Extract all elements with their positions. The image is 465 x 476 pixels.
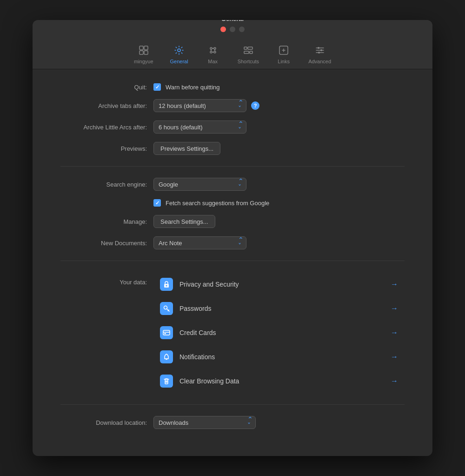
general-section: Quit: Warn before quitting Archive tabs …	[60, 83, 405, 155]
svg-point-18	[320, 49, 322, 51]
svg-rect-9	[244, 47, 247, 49]
search-section: Search engine: Google ⌃˅ Fetch search su…	[60, 178, 405, 249]
data-item-clear-browsing[interactable]: Clear Browsing Data →	[153, 369, 405, 393]
download-row: Download location: Downloads ⌃˅	[60, 416, 405, 429]
new-documents-row: New Documents: Arc Note ⌃˅	[60, 236, 405, 249]
clear-browsing-arrow: →	[391, 377, 398, 385]
new-documents-label: New Documents:	[60, 240, 153, 247]
search-engine-label: Search engine:	[60, 181, 153, 188]
privacy-icon	[160, 278, 173, 291]
toolbar: mingyue General	[126, 39, 339, 69]
archive-tabs-select[interactable]: 12 hours (default)	[153, 99, 246, 112]
svg-rect-11	[244, 51, 249, 54]
tab-advanced[interactable]: Advanced	[300, 42, 339, 69]
tab-links-label: Links	[278, 59, 290, 64]
svg-rect-23	[163, 330, 170, 335]
new-documents-content: Arc Note ⌃˅	[153, 236, 405, 249]
credit-cards-arrow: →	[391, 329, 398, 337]
quit-row: Quit: Warn before quitting	[60, 83, 405, 91]
tab-max[interactable]: Max	[197, 42, 229, 69]
manage-label: Manage:	[60, 218, 153, 225]
quit-label: Quit:	[60, 84, 153, 91]
mingyue-icon	[139, 45, 149, 57]
new-documents-select-wrapper: Arc Note ⌃˅	[153, 236, 246, 249]
clear-browsing-icon	[160, 375, 173, 388]
search-engine-content: Google ⌃˅	[153, 178, 405, 191]
archive-tabs-help[interactable]: ?	[251, 101, 259, 110]
divider-3	[60, 404, 405, 405]
divider-1	[60, 166, 405, 167]
previews-content: Previews Settings...	[153, 142, 405, 155]
fetch-suggestions-content: Fetch search suggestions from Google	[153, 199, 405, 207]
archive-arcs-select[interactable]: 6 hours (default)	[153, 121, 246, 134]
advanced-icon	[315, 45, 325, 57]
new-documents-select[interactable]: Arc Note	[153, 236, 246, 249]
fetch-suggestions-label: Fetch search suggestions from Google	[166, 200, 269, 207]
search-engine-select-wrapper: Google ⌃˅	[153, 178, 246, 191]
traffic-lights	[220, 27, 245, 32]
download-select[interactable]: Downloads	[153, 416, 256, 429]
download-select-wrapper: Downloads ⌃˅	[153, 416, 256, 429]
archive-arcs-row: Archive Little Arcs after: 6 hours (defa…	[60, 121, 405, 134]
tab-general[interactable]: General	[162, 42, 197, 69]
divider-2	[60, 261, 405, 261]
your-data-row: Your data: Privacy and Security →	[60, 272, 405, 393]
shortcuts-icon	[243, 45, 253, 57]
data-item-notifications[interactable]: Notifications →	[153, 345, 405, 369]
warn-label: Warn before quitting	[166, 84, 220, 91]
tab-links[interactable]: Links	[267, 42, 300, 69]
search-engine-select[interactable]: Google	[153, 178, 246, 191]
your-data-label: Your data:	[60, 272, 153, 286]
svg-rect-2	[140, 51, 143, 54]
tab-mingyue[interactable]: mingyue	[126, 42, 162, 69]
warn-checkbox[interactable]	[153, 83, 161, 91]
svg-point-17	[318, 47, 319, 49]
minimize-button[interactable]	[230, 27, 235, 32]
fetch-suggestions-checkbox[interactable]	[153, 199, 161, 207]
tab-shortcuts[interactable]: Shortcuts	[229, 42, 267, 69]
search-settings-button[interactable]: Search Settings...	[153, 215, 215, 228]
svg-rect-12	[250, 51, 252, 54]
download-content: Downloads ⌃˅	[153, 416, 405, 429]
svg-point-4	[178, 49, 180, 52]
tab-advanced-label: Advanced	[308, 59, 331, 64]
previews-label: Previews:	[60, 145, 153, 152]
manage-content: Search Settings...	[153, 215, 405, 228]
passwords-label: Passwords	[179, 305, 384, 312]
svg-rect-0	[140, 46, 143, 50]
archive-tabs-content: 12 hours (default) ⌃˅ ?	[153, 99, 405, 112]
tab-shortcuts-label: Shortcuts	[238, 59, 259, 64]
tab-general-label: General	[170, 59, 188, 64]
archive-tabs-label: Archive tabs after:	[60, 102, 153, 109]
previews-settings-button[interactable]: Previews Settings...	[153, 142, 220, 155]
privacy-arrow: →	[391, 280, 398, 288]
svg-rect-10	[248, 47, 252, 49]
credit-cards-label: Credit Cards	[179, 329, 384, 336]
tab-max-label: Max	[208, 59, 218, 64]
maximize-button[interactable]	[239, 27, 245, 32]
svg-rect-1	[144, 46, 148, 50]
fetch-suggestions-row: Fetch search suggestions from Google	[60, 199, 405, 207]
clear-browsing-label: Clear Browsing Data	[179, 377, 384, 385]
svg-rect-25	[164, 333, 166, 334]
archive-arcs-select-wrapper: 6 hours (default) ⌃˅	[153, 121, 246, 134]
previews-row: Previews: Previews Settings...	[60, 142, 405, 155]
data-item-passwords[interactable]: Passwords →	[153, 296, 405, 321]
notifications-label: Notifications	[179, 353, 384, 361]
svg-point-22	[164, 306, 167, 309]
close-button[interactable]	[220, 27, 226, 32]
passwords-icon	[160, 302, 173, 315]
tab-mingyue-label: mingyue	[134, 59, 153, 64]
quit-content: Warn before quitting	[153, 83, 405, 91]
main-window: General mingyue	[33, 20, 432, 456]
links-icon	[279, 45, 289, 57]
archive-tabs-row: Archive tabs after: 12 hours (default) ⌃…	[60, 99, 405, 112]
manage-row: Manage: Search Settings...	[60, 215, 405, 228]
data-items-list: Privacy and Security → Passwords →	[153, 272, 405, 393]
archive-arcs-label: Archive Little Arcs after:	[60, 124, 153, 131]
data-item-credit-cards[interactable]: Credit Cards →	[153, 321, 405, 345]
data-item-privacy[interactable]: Privacy and Security →	[153, 272, 405, 296]
notifications-icon	[160, 350, 173, 363]
download-section: Download location: Downloads ⌃˅	[60, 416, 405, 429]
privacy-label: Privacy and Security	[179, 281, 384, 288]
